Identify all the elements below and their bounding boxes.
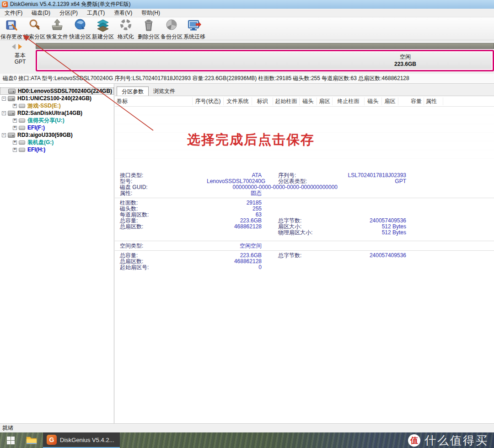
collapse-icon[interactable]: -: [2, 133, 6, 137]
col-capacity[interactable]: 容量: [398, 97, 424, 105]
col-volume-label[interactable]: 卷标: [115, 97, 193, 105]
free-space-label: 空闲 223.6GB: [385, 53, 426, 68]
menu-disk[interactable]: 磁盘(D): [27, 8, 55, 18]
disk-icon: [8, 89, 16, 94]
toolbar: 保存更改 搜索分区 恢复文件 快速分区 新建分区: [0, 17, 494, 40]
tree-item-rd2[interactable]: - RD2:SanDiskUltra(14GB): [0, 109, 114, 117]
detail-label: 磁盘 GUID:: [120, 184, 207, 190]
collapse-icon[interactable]: -: [2, 97, 6, 101]
tree-item-hd1[interactable]: - HD1:UNIC2S100-240(224GB): [0, 95, 114, 102]
col-start-cylinder[interactable]: 起始柱面: [273, 97, 300, 105]
backup-partition-label: 备份分区: [161, 33, 183, 41]
new-partition-label: 新建分区: [92, 33, 114, 41]
prev-disk-icon[interactable]: [12, 44, 16, 49]
tree-item-efi-f[interactable]: + EFI(F:): [0, 124, 114, 131]
smzdm-watermark: 值 什么值得买: [408, 432, 489, 448]
recover-files-button[interactable]: 恢复文件: [46, 17, 69, 39]
window-title: DiskGenius V5.4.2.1239 x64 免费版(单文件PE版): [10, 0, 130, 8]
expand-icon[interactable]: +: [13, 119, 17, 123]
detail-value: 468862128: [207, 259, 262, 264]
format-label: 格式化: [118, 33, 134, 41]
tree-item-efi-h[interactable]: + EFI(H:): [0, 146, 114, 153]
divider: [115, 250, 494, 251]
new-partition-button[interactable]: 新建分区: [91, 17, 114, 39]
search-partition-label: 搜索分区: [23, 33, 45, 41]
recover-files-label: 恢复文件: [46, 33, 68, 41]
expand-icon[interactable]: +: [13, 126, 17, 130]
menu-partition[interactable]: 分区(P): [55, 8, 82, 18]
folder-icon: [26, 436, 37, 445]
tree-item-game-ssd[interactable]: + 游戏-SSD(E:): [0, 102, 114, 109]
col-filesystem[interactable]: 文件系统: [224, 97, 252, 105]
smzdm-watermark-text: 什么值得买: [424, 433, 489, 448]
partition-icon: [19, 104, 25, 108]
title-bar: G DiskGenius V5.4.2.1239 x64 免费版(单文件PE版): [0, 0, 494, 9]
format-button[interactable]: 格式化: [114, 17, 137, 39]
tree-item-installer-disk[interactable]: + 装机盘(G:): [0, 139, 114, 146]
detail-label: 接口类型:: [120, 173, 207, 178]
next-disk-icon[interactable]: [18, 44, 22, 49]
tree-item-hd0[interactable]: HD0:LenovoSSDSL700240G(224GB): [0, 87, 114, 95]
quick-partition-label: 快速分区: [69, 33, 91, 41]
detail-value: 空闲空间: [207, 243, 262, 249]
expand-icon[interactable]: +: [13, 148, 17, 152]
detail-label: 属性:: [120, 190, 207, 196]
disk-icon: [8, 96, 15, 101]
detail-value: GPT: [338, 178, 406, 184]
partition-bar: 空闲 223.6GB: [36, 43, 494, 72]
annotation-text: 选择完成后点击保存: [187, 131, 315, 149]
col-end-head[interactable]: 磁头: [365, 97, 382, 105]
col-end-sector[interactable]: 扇区: [382, 97, 398, 105]
delete-partition-button[interactable]: 删除分区: [137, 17, 160, 39]
save-changes-icon: [5, 18, 18, 33]
system-migrate-button[interactable]: 系统迁移: [183, 17, 206, 39]
menu-bar: 文件(F) 磁盘(D) 分区(P) 工具(T) 查看(V) 帮助(H): [0, 9, 494, 17]
quick-partition-button[interactable]: 快速分区: [69, 17, 91, 39]
backup-partition-icon: [165, 18, 178, 33]
file-explorer-button[interactable]: [21, 432, 42, 448]
delete-partition-label: 删除分区: [138, 33, 160, 41]
free-space-block[interactable]: 空闲 223.6GB: [36, 50, 494, 71]
collapse-icon[interactable]: -: [2, 111, 6, 115]
detail-value: 0: [207, 264, 262, 270]
detail-value: 468862128: [207, 224, 262, 230]
col-end-cylinder[interactable]: 终止柱面: [333, 97, 365, 105]
divider: [115, 241, 494, 241]
disk-info-line: 磁盘0 接口:ATA 型号:LenovoSSDSL700240G 序列号:LSL…: [0, 74, 494, 84]
expand-icon[interactable]: +: [13, 104, 17, 108]
taskbar-app-diskgenius[interactable]: G DiskGenius V5.4.2...: [43, 432, 120, 448]
detail-value: 255: [207, 206, 262, 212]
search-partition-icon: [27, 18, 41, 33]
partition-icon: [19, 140, 25, 145]
disk-tree: HD0:LenovoSSDSL700240G(224GB) - HD1:UNIC…: [0, 84, 114, 423]
col-sector[interactable]: 扇区: [317, 97, 333, 105]
tree-item-smzdm-share[interactable]: + 值得买分享(U:): [0, 117, 114, 124]
expand-icon[interactable]: +: [13, 140, 17, 145]
search-partition-button[interactable]: 搜索分区: [23, 17, 46, 39]
menu-tools[interactable]: 工具(T): [82, 8, 109, 18]
detail-value: 00000000-0000-0000-0000-000000000000: [207, 184, 338, 190]
detail-value: 固态: [207, 190, 262, 196]
menu-help[interactable]: 帮助(H): [137, 8, 165, 18]
menu-view[interactable]: 查看(V): [109, 8, 137, 18]
disk-details: 接口类型:ATA序列号:LSL7024017818J02393 型号:Lenov…: [115, 173, 494, 270]
detail-label: 总字节数:: [278, 253, 338, 259]
col-index-status[interactable]: 序号(状态): [193, 97, 224, 105]
system-migrate-icon: [188, 18, 201, 33]
start-button[interactable]: [0, 432, 21, 448]
main-area: HD0:LenovoSSDSL700240G(224GB) - HD1:UNIC…: [0, 84, 494, 423]
col-attribute[interactable]: 属性: [424, 97, 443, 105]
col-head[interactable]: 磁头: [300, 97, 317, 105]
tab-browse-files[interactable]: 浏览文件: [149, 86, 180, 96]
disk-icon: [8, 133, 15, 138]
tab-partition-params[interactable]: 分区参数: [117, 86, 149, 96]
save-changes-button[interactable]: 保存更改: [0, 17, 23, 39]
col-identifier[interactable]: 标识: [252, 97, 273, 105]
tree-item-rd3[interactable]: - RD3:aigoU330(59GB): [0, 131, 114, 139]
tab-bar: 分区参数 浏览文件: [117, 86, 180, 96]
save-changes-label: 保存更改: [0, 33, 22, 41]
status-text: 就绪: [2, 424, 13, 432]
backup-partition-button[interactable]: 备份分区: [160, 17, 183, 39]
menu-file[interactable]: 文件(F): [0, 8, 27, 18]
disk-bar-strip: [36, 43, 494, 49]
